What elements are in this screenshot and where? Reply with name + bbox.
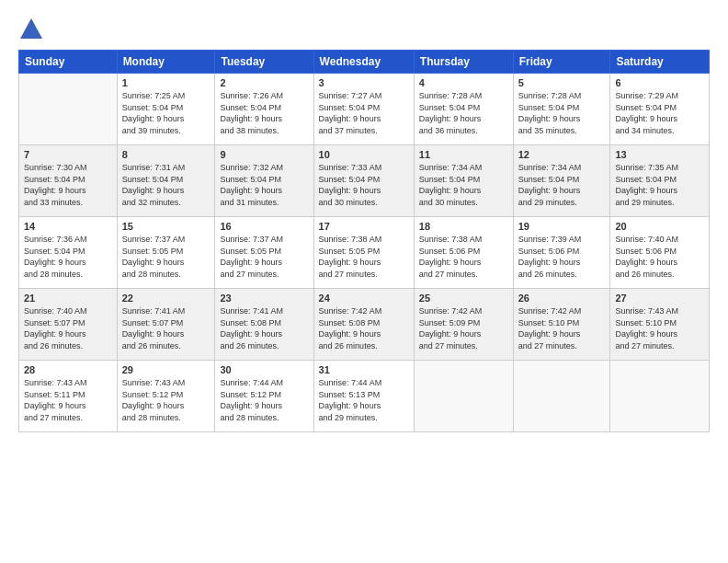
calendar-day-cell: 8Sunrise: 7:31 AM Sunset: 5:04 PM Daylig… (117, 145, 215, 217)
weekday-header: Sunday (19, 51, 118, 74)
calendar-day-cell: 22Sunrise: 7:41 AM Sunset: 5:07 PM Dayli… (117, 289, 215, 361)
calendar-day-cell: 27Sunrise: 7:43 AM Sunset: 5:10 PM Dayli… (610, 289, 710, 361)
calendar-day-cell: 13Sunrise: 7:35 AM Sunset: 5:04 PM Dayli… (610, 145, 710, 217)
day-number: 5 (518, 77, 606, 88)
day-info: Sunrise: 7:25 AM Sunset: 5:04 PM Dayligh… (122, 90, 210, 136)
day-info: Sunrise: 7:37 AM Sunset: 5:05 PM Dayligh… (220, 234, 308, 280)
calendar-day-cell: 6Sunrise: 7:29 AM Sunset: 5:04 PM Daylig… (610, 74, 710, 145)
calendar-day-cell: 21Sunrise: 7:40 AM Sunset: 5:07 PM Dayli… (19, 289, 118, 361)
calendar-day-cell: 17Sunrise: 7:38 AM Sunset: 5:05 PM Dayli… (313, 217, 414, 289)
day-info: Sunrise: 7:42 AM Sunset: 5:09 PM Dayligh… (419, 305, 508, 351)
weekday-header: Wednesday (313, 51, 414, 74)
day-number: 31 (319, 364, 409, 375)
weekday-header: Monday (117, 51, 215, 74)
svg-marker-1 (22, 22, 40, 37)
calendar-day-cell: 1Sunrise: 7:25 AM Sunset: 5:04 PM Daylig… (117, 74, 215, 145)
day-number: 11 (419, 149, 508, 160)
calendar-day-cell: 23Sunrise: 7:41 AM Sunset: 5:08 PM Dayli… (215, 289, 313, 361)
day-info: Sunrise: 7:34 AM Sunset: 5:04 PM Dayligh… (419, 162, 508, 208)
day-number: 21 (24, 293, 112, 304)
page: SundayMondayTuesdayWednesdayThursdayFrid… (0, 0, 728, 563)
day-info: Sunrise: 7:31 AM Sunset: 5:04 PM Dayligh… (122, 162, 210, 208)
calendar-day-cell: 15Sunrise: 7:37 AM Sunset: 5:05 PM Dayli… (117, 217, 215, 289)
day-info: Sunrise: 7:35 AM Sunset: 5:04 PM Dayligh… (615, 162, 704, 208)
day-info: Sunrise: 7:40 AM Sunset: 5:06 PM Dayligh… (615, 234, 704, 280)
day-number: 15 (122, 221, 210, 232)
day-number: 12 (518, 149, 606, 160)
day-info: Sunrise: 7:43 AM Sunset: 5:12 PM Dayligh… (122, 377, 210, 423)
calendar-week-row: 7Sunrise: 7:30 AM Sunset: 5:04 PM Daylig… (19, 145, 710, 217)
day-info: Sunrise: 7:41 AM Sunset: 5:08 PM Dayligh… (220, 305, 308, 351)
calendar-day-cell: 29Sunrise: 7:43 AM Sunset: 5:12 PM Dayli… (117, 361, 215, 432)
calendar-week-row: 28Sunrise: 7:43 AM Sunset: 5:11 PM Dayli… (19, 361, 710, 432)
day-info: Sunrise: 7:33 AM Sunset: 5:04 PM Dayligh… (319, 162, 409, 208)
day-info: Sunrise: 7:28 AM Sunset: 5:04 PM Dayligh… (419, 90, 508, 136)
calendar-day-cell: 30Sunrise: 7:44 AM Sunset: 5:12 PM Dayli… (215, 361, 313, 432)
day-number: 26 (518, 293, 606, 304)
calendar-table: SundayMondayTuesdayWednesdayThursdayFrid… (18, 50, 710, 432)
day-info: Sunrise: 7:32 AM Sunset: 5:04 PM Dayligh… (220, 162, 308, 208)
calendar-day-cell: 18Sunrise: 7:38 AM Sunset: 5:06 PM Dayli… (414, 217, 513, 289)
calendar-day-cell: 7Sunrise: 7:30 AM Sunset: 5:04 PM Daylig… (19, 145, 118, 217)
weekday-header: Saturday (610, 51, 710, 74)
day-info: Sunrise: 7:36 AM Sunset: 5:04 PM Dayligh… (24, 234, 112, 280)
day-number: 17 (319, 221, 409, 232)
calendar-day-cell: 9Sunrise: 7:32 AM Sunset: 5:04 PM Daylig… (215, 145, 313, 217)
calendar-week-row: 21Sunrise: 7:40 AM Sunset: 5:07 PM Dayli… (19, 289, 710, 361)
calendar-day-cell: 28Sunrise: 7:43 AM Sunset: 5:11 PM Dayli… (19, 361, 118, 432)
day-info: Sunrise: 7:43 AM Sunset: 5:11 PM Dayligh… (24, 377, 112, 423)
calendar-day-cell (414, 361, 513, 432)
day-info: Sunrise: 7:37 AM Sunset: 5:05 PM Dayligh… (122, 234, 210, 280)
day-number: 24 (319, 293, 409, 304)
calendar-day-cell: 11Sunrise: 7:34 AM Sunset: 5:04 PM Dayli… (414, 145, 513, 217)
day-info: Sunrise: 7:26 AM Sunset: 5:04 PM Dayligh… (220, 90, 308, 136)
day-number: 20 (615, 221, 704, 232)
day-number: 25 (419, 293, 508, 304)
calendar-day-cell: 3Sunrise: 7:27 AM Sunset: 5:04 PM Daylig… (313, 74, 414, 145)
day-info: Sunrise: 7:27 AM Sunset: 5:04 PM Dayligh… (319, 90, 409, 136)
calendar-day-cell: 10Sunrise: 7:33 AM Sunset: 5:04 PM Dayli… (313, 145, 414, 217)
day-number: 13 (615, 149, 704, 160)
day-number: 16 (220, 221, 308, 232)
day-number: 9 (220, 149, 308, 160)
day-number: 3 (319, 77, 409, 88)
day-info: Sunrise: 7:43 AM Sunset: 5:10 PM Dayligh… (615, 305, 704, 351)
calendar-day-cell (513, 361, 610, 432)
day-info: Sunrise: 7:40 AM Sunset: 5:07 PM Dayligh… (24, 305, 112, 351)
day-info: Sunrise: 7:42 AM Sunset: 5:10 PM Dayligh… (518, 305, 606, 351)
calendar-header-row: SundayMondayTuesdayWednesdayThursdayFrid… (19, 51, 710, 74)
day-number: 7 (24, 149, 112, 160)
calendar-day-cell: 12Sunrise: 7:34 AM Sunset: 5:04 PM Dayli… (513, 145, 610, 217)
calendar-day-cell: 4Sunrise: 7:28 AM Sunset: 5:04 PM Daylig… (414, 74, 513, 145)
logo (18, 17, 46, 42)
day-number: 23 (220, 293, 308, 304)
day-number: 29 (122, 364, 210, 375)
day-number: 8 (122, 149, 210, 160)
day-info: Sunrise: 7:38 AM Sunset: 5:05 PM Dayligh… (319, 234, 409, 280)
calendar-day-cell: 16Sunrise: 7:37 AM Sunset: 5:05 PM Dayli… (215, 217, 313, 289)
day-number: 22 (122, 293, 210, 304)
calendar-day-cell: 25Sunrise: 7:42 AM Sunset: 5:09 PM Dayli… (414, 289, 513, 361)
day-info: Sunrise: 7:42 AM Sunset: 5:08 PM Dayligh… (319, 305, 409, 351)
calendar-week-row: 14Sunrise: 7:36 AM Sunset: 5:04 PM Dayli… (19, 217, 710, 289)
calendar-day-cell (610, 361, 710, 432)
calendar-day-cell: 24Sunrise: 7:42 AM Sunset: 5:08 PM Dayli… (313, 289, 414, 361)
day-info: Sunrise: 7:41 AM Sunset: 5:07 PM Dayligh… (122, 305, 210, 351)
day-number: 6 (615, 77, 704, 88)
calendar-day-cell: 2Sunrise: 7:26 AM Sunset: 5:04 PM Daylig… (215, 74, 313, 145)
header (18, 17, 710, 42)
day-info: Sunrise: 7:28 AM Sunset: 5:04 PM Dayligh… (518, 90, 606, 136)
day-number: 1 (122, 77, 210, 88)
day-number: 10 (319, 149, 409, 160)
calendar-day-cell: 5Sunrise: 7:28 AM Sunset: 5:04 PM Daylig… (513, 74, 610, 145)
day-info: Sunrise: 7:34 AM Sunset: 5:04 PM Dayligh… (518, 162, 606, 208)
day-info: Sunrise: 7:44 AM Sunset: 5:12 PM Dayligh… (220, 377, 308, 423)
calendar-day-cell: 14Sunrise: 7:36 AM Sunset: 5:04 PM Dayli… (19, 217, 118, 289)
day-info: Sunrise: 7:38 AM Sunset: 5:06 PM Dayligh… (419, 234, 508, 280)
day-number: 28 (24, 364, 112, 375)
day-number: 19 (518, 221, 606, 232)
day-number: 4 (419, 77, 508, 88)
calendar-day-cell: 20Sunrise: 7:40 AM Sunset: 5:06 PM Dayli… (610, 217, 710, 289)
calendar-day-cell: 26Sunrise: 7:42 AM Sunset: 5:10 PM Dayli… (513, 289, 610, 361)
day-info: Sunrise: 7:30 AM Sunset: 5:04 PM Dayligh… (24, 162, 112, 208)
